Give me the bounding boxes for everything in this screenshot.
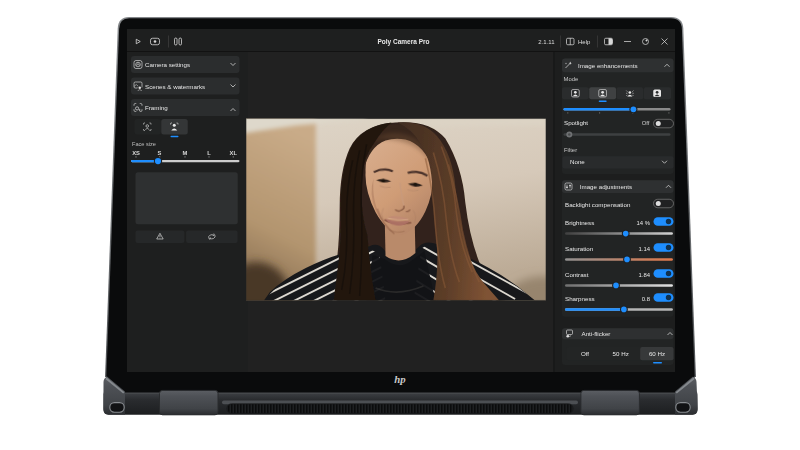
svg-text:2.1.11: 2.1.11 (538, 39, 555, 45)
svg-text:Off: Off (641, 120, 649, 126)
svg-text:Poly Camera Pro: Poly Camera Pro (377, 38, 429, 46)
svg-text:XL: XL (229, 150, 237, 156)
svg-text:Face size: Face size (132, 141, 156, 147)
svg-text:L: L (207, 150, 211, 156)
svg-text:Off: Off (580, 350, 588, 357)
svg-text:Sharpness: Sharpness (565, 295, 595, 302)
svg-text:50 Hz: 50 Hz (612, 350, 628, 357)
svg-text:Backlight compensation: Backlight compensation (565, 201, 631, 208)
svg-text:XS: XS (132, 150, 140, 156)
svg-text:1.84: 1.84 (638, 272, 650, 278)
svg-text:60 Hz: 60 Hz (648, 350, 664, 357)
svg-text:M: M (182, 150, 187, 156)
svg-text:Saturation: Saturation (565, 245, 594, 252)
svg-text:Contrast: Contrast (565, 271, 589, 278)
svg-text:Framing: Framing (145, 104, 168, 111)
svg-text:hp: hp (394, 373, 406, 385)
svg-text:Image enhancements: Image enhancements (578, 62, 638, 69)
svg-text:S: S (157, 150, 161, 156)
svg-text:Brightness: Brightness (565, 219, 594, 226)
svg-text:None: None (570, 158, 585, 165)
svg-text:Scenes & watermarks: Scenes & watermarks (145, 83, 205, 90)
svg-text:14 %: 14 % (636, 220, 650, 226)
svg-text:Mode: Mode (563, 76, 578, 82)
svg-text:Spotlight: Spotlight (564, 119, 588, 126)
svg-text:Image adjustments: Image adjustments (579, 183, 631, 190)
svg-text:Help: Help (578, 39, 591, 45)
svg-text:1.14: 1.14 (638, 246, 650, 252)
svg-text:0.8: 0.8 (641, 296, 650, 302)
svg-text:Camera settings: Camera settings (145, 61, 190, 68)
svg-text:Filter: Filter (564, 147, 577, 153)
svg-text:Anti-flicker: Anti-flicker (581, 330, 610, 337)
